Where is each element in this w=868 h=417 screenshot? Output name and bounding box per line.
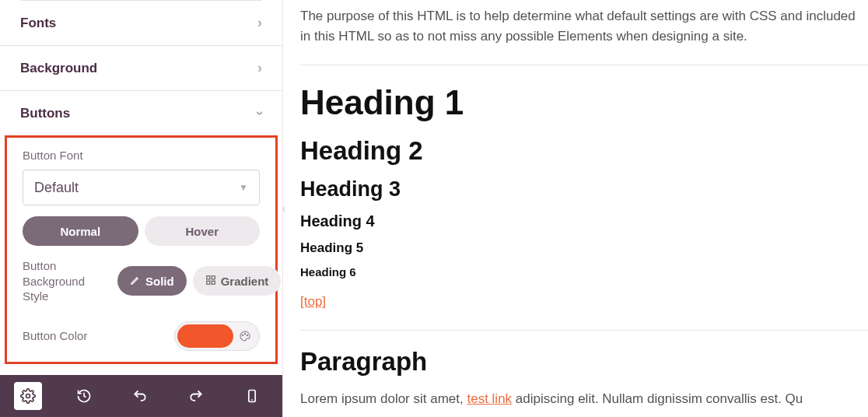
control-label: Button Color — [23, 329, 87, 342]
history-button[interactable] — [70, 382, 98, 410]
redo-button[interactable] — [182, 382, 210, 410]
color-swatch[interactable] — [177, 324, 233, 348]
grid-icon — [205, 275, 216, 288]
caret-down-icon: ▼ — [239, 182, 248, 193]
heading-1: Heading 1 — [300, 76, 868, 129]
bg-style-gradient[interactable]: Gradient — [193, 266, 282, 296]
state-tabs: Normal Hover — [7, 205, 275, 246]
section-label: Buttons — [20, 106, 70, 121]
section-background[interactable]: Background › — [0, 46, 282, 91]
sidebar-panel: Fonts › Background › Buttons › Button Fo… — [0, 0, 283, 417]
palette-icon[interactable] — [233, 324, 257, 348]
section-label: Background — [20, 61, 97, 76]
svg-rect-3 — [212, 281, 215, 284]
section-list: Fonts › Background › Buttons › Button Fo… — [0, 0, 282, 375]
device-preview-button[interactable] — [238, 382, 266, 410]
divider — [300, 330, 868, 331]
bg-style-control: Button Background Style Solid — [7, 246, 275, 304]
tab-normal[interactable]: Normal — [23, 216, 138, 246]
top-link[interactable]: [top] — [300, 294, 326, 309]
preview-pane: The purpose of this HTML is to help dete… — [283, 0, 868, 417]
undo-button[interactable] — [126, 382, 154, 410]
svg-rect-0 — [206, 276, 209, 279]
color-picker[interactable] — [174, 321, 260, 351]
brush-icon — [130, 275, 141, 288]
bottom-toolbar — [0, 375, 282, 417]
collapse-sidebar-button[interactable]: ‹ — [279, 198, 289, 219]
heading-3: Heading 3 — [300, 173, 868, 206]
lorem-paragraph: Lorem ipsum dolor sit amet, test link ad… — [300, 389, 868, 409]
button-color-control: Button Color — [7, 304, 275, 362]
control-label: Button Font — [23, 149, 260, 162]
intro-text: The purpose of this HTML is to help dete… — [300, 6, 868, 47]
heading-4: Heading 4 — [300, 209, 868, 233]
chevron-down-icon: › — [252, 111, 268, 116]
settings-button[interactable] — [14, 382, 42, 410]
select-value: Default — [34, 180, 79, 196]
svg-rect-2 — [206, 281, 209, 284]
buttons-expanded-panel: Button Font Default ▼ Normal Hover — [5, 135, 278, 364]
svg-point-5 — [244, 333, 245, 334]
svg-point-6 — [247, 335, 247, 335]
bg-style-solid[interactable]: Solid — [117, 266, 187, 296]
divider — [300, 65, 868, 65]
heading-6: Heading 6 — [300, 263, 868, 281]
heading-5: Heading 5 — [300, 238, 868, 258]
section-label: Fonts — [20, 16, 56, 31]
paragraph-heading: Paragraph — [300, 342, 868, 381]
button-font-control: Button Font Default ▼ — [7, 138, 275, 205]
tab-hover[interactable]: Hover — [145, 216, 261, 246]
section-fonts[interactable]: Fonts › — [0, 1, 282, 46]
test-link[interactable]: test link — [467, 391, 512, 406]
svg-point-4 — [242, 335, 243, 335]
chevron-right-icon: › — [257, 60, 262, 76]
section-buttons[interactable]: Buttons › — [0, 91, 282, 135]
button-font-select[interactable]: Default ▼ — [23, 170, 260, 205]
heading-2: Heading 2 — [300, 131, 868, 170]
svg-point-7 — [26, 394, 30, 398]
svg-rect-1 — [212, 276, 215, 279]
chevron-right-icon: › — [257, 15, 262, 31]
control-label: Button Background Style — [23, 258, 108, 304]
